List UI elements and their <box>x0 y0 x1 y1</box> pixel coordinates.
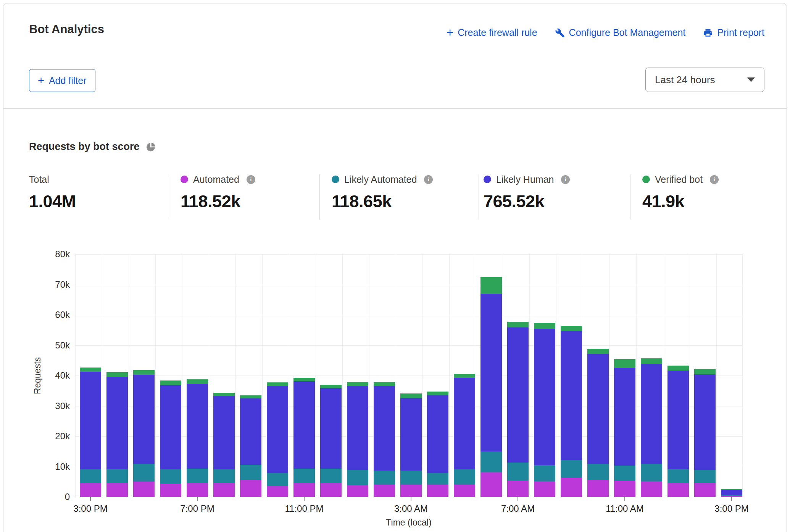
bar-segment[interactable] <box>187 483 208 497</box>
bar-segment[interactable] <box>400 398 422 471</box>
bar-segment[interactable] <box>213 469 235 484</box>
bar-segment[interactable] <box>106 483 128 497</box>
bar-segment[interactable] <box>187 469 208 483</box>
bar-segment[interactable] <box>587 464 609 480</box>
bar-segment[interactable] <box>160 385 181 469</box>
bar-segment[interactable] <box>106 469 128 483</box>
bar-segment[interactable] <box>561 326 582 331</box>
bar-segment[interactable] <box>240 398 261 464</box>
bar-segment[interactable] <box>480 294 502 451</box>
bar-segment[interactable] <box>133 375 155 463</box>
bar-segment[interactable] <box>641 364 662 464</box>
bar-segment[interactable] <box>534 465 555 482</box>
bar-segment[interactable] <box>160 380 181 385</box>
bar-segment[interactable] <box>80 469 101 483</box>
bar-segment[interactable] <box>320 483 342 497</box>
bar-segment[interactable] <box>507 463 529 480</box>
bar-segment[interactable] <box>293 381 315 469</box>
bar-segment[interactable] <box>614 359 635 368</box>
bar-segment[interactable] <box>507 322 529 327</box>
bar-segment[interactable] <box>80 372 101 469</box>
bar-segment[interactable] <box>454 378 475 469</box>
bar-segment[interactable] <box>721 490 742 495</box>
bar-segment[interactable] <box>106 377 128 469</box>
bar-segment[interactable] <box>561 478 582 497</box>
bar-segment[interactable] <box>374 382 395 386</box>
bar-segment[interactable] <box>293 378 315 381</box>
bar-segment[interactable] <box>374 386 395 471</box>
bar-segment[interactable] <box>187 384 208 469</box>
bar-segment[interactable] <box>160 484 181 497</box>
bar-segment[interactable] <box>667 366 689 371</box>
bar-segment[interactable] <box>347 485 368 497</box>
bar-segment[interactable] <box>614 466 635 481</box>
bar-segment[interactable] <box>240 465 261 480</box>
bar-segment[interactable] <box>267 473 288 485</box>
bar-segment[interactable] <box>240 395 261 399</box>
bar-segment[interactable] <box>80 483 101 497</box>
bar-segment[interactable] <box>133 464 155 482</box>
bar-segment[interactable] <box>667 371 689 469</box>
bar-segment[interactable] <box>614 368 635 466</box>
bar-segment[interactable] <box>213 483 235 497</box>
bar-segment[interactable] <box>480 472 502 497</box>
bar-segment[interactable] <box>293 469 315 483</box>
bar-segment[interactable] <box>427 473 448 485</box>
bar-segment[interactable] <box>454 469 475 485</box>
bar-segment[interactable] <box>427 485 448 497</box>
bar-segment[interactable] <box>507 327 529 463</box>
bar-segment[interactable] <box>133 370 155 375</box>
bar-segment[interactable] <box>80 368 101 371</box>
bar-segment[interactable] <box>721 496 742 497</box>
bar-segment[interactable] <box>427 395 448 473</box>
bar-segment[interactable] <box>721 495 742 496</box>
bar-segment[interactable] <box>641 358 662 364</box>
bar-segment[interactable] <box>534 481 555 497</box>
bar-segment[interactable] <box>641 481 662 497</box>
bar-segment[interactable] <box>400 393 422 398</box>
bar-segment[interactable] <box>587 349 609 354</box>
bar-segment[interactable] <box>694 470 716 483</box>
bar-segment[interactable] <box>213 393 235 396</box>
bar-segment[interactable] <box>133 482 155 497</box>
bar-segment[interactable] <box>374 485 395 497</box>
bar-segment[interactable] <box>293 483 315 497</box>
bar-segment[interactable] <box>400 471 422 485</box>
bar-segment[interactable] <box>480 451 502 472</box>
bar-segment[interactable] <box>694 483 716 497</box>
bar-segment[interactable] <box>347 470 368 485</box>
bar-segment[interactable] <box>667 483 689 497</box>
bar-segment[interactable] <box>160 469 181 484</box>
bar-segment[interactable] <box>400 485 422 497</box>
bar-segment[interactable] <box>561 331 582 460</box>
bar-segment[interactable] <box>427 392 448 395</box>
bar-segment[interactable] <box>320 385 342 389</box>
bar-segment[interactable] <box>267 386 288 473</box>
bar-segment[interactable] <box>267 382 288 386</box>
bar-segment[interactable] <box>454 374 475 378</box>
bar-segment[interactable] <box>534 329 555 465</box>
bar-segment[interactable] <box>347 382 368 386</box>
bar-segment[interactable] <box>213 396 235 469</box>
bar-segment[interactable] <box>106 372 128 377</box>
bar-segment[interactable] <box>694 369 716 374</box>
bar-segment[interactable] <box>721 489 742 490</box>
bar-segment[interactable] <box>587 480 609 497</box>
bar-segment[interactable] <box>454 485 475 497</box>
bar-segment[interactable] <box>374 471 395 485</box>
bar-segment[interactable] <box>320 388 342 469</box>
bar-segment[interactable] <box>561 460 582 478</box>
bar-segment[interactable] <box>240 480 261 497</box>
bar-segment[interactable] <box>587 354 609 464</box>
bar-segment[interactable] <box>694 374 716 470</box>
bar-segment[interactable] <box>614 481 635 497</box>
bar-segment[interactable] <box>480 277 502 294</box>
bar-segment[interactable] <box>667 469 689 483</box>
bar-segment[interactable] <box>320 469 342 483</box>
bar-segment[interactable] <box>267 486 288 497</box>
bar-segment[interactable] <box>507 480 529 497</box>
bar-segment[interactable] <box>641 464 662 481</box>
bar-segment[interactable] <box>534 323 555 329</box>
bar-segment[interactable] <box>187 379 208 384</box>
bar-segment[interactable] <box>347 386 368 470</box>
